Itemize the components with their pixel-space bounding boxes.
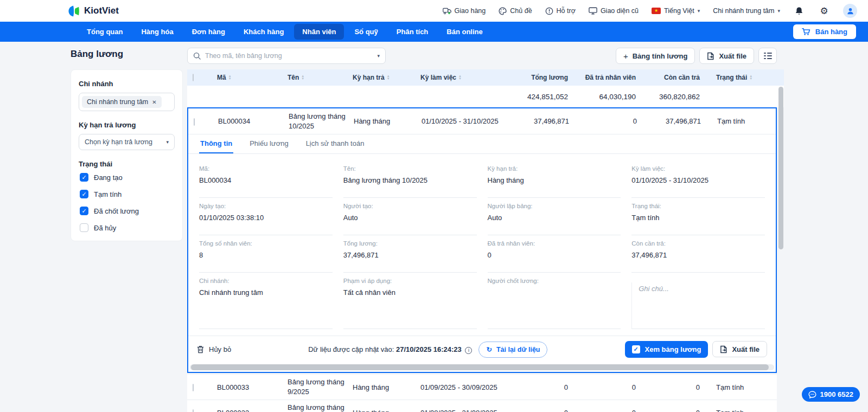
pay-term-filter-label: Kỳ hạn trả lương — [79, 121, 175, 129]
col-da-tra-nhan-vien: Đã trả nhân viên — [572, 74, 640, 81]
row-da-tra: 0 — [572, 383, 640, 391]
delivery-truck-icon — [443, 8, 451, 15]
row-ky-lam-viec: 01/09/2025 - 30/09/2025 — [415, 383, 502, 391]
export-detail-button[interactable]: Xuất file — [712, 341, 767, 357]
row-ten: Bảng lương tháng 10/2025 — [283, 112, 348, 131]
checkbox-checked-icon[interactable]: ✓ — [80, 207, 88, 215]
checkbox-unchecked-icon[interactable] — [80, 223, 88, 232]
field-ghi-chu: Ghi chú... — [631, 273, 765, 329]
cancel-button[interactable]: Hủy bỏ — [197, 345, 231, 353]
main-nav: Tổng quan Hàng hóa Đơn hàng Khách hàng N… — [0, 22, 868, 42]
nav-tong-quan[interactable]: Tổng quan — [79, 24, 131, 40]
table-row[interactable]: BL000032 Bảng lương tháng 8/2025 Hàng th… — [187, 400, 777, 412]
chevron-down-icon: ▾ — [698, 8, 700, 14]
nav-don-hang[interactable]: Đơn hàng — [184, 24, 233, 40]
nav-hang-hoa[interactable]: Hàng hóa — [133, 24, 181, 40]
tab-phieu-luong[interactable]: Phiếu lương — [248, 134, 289, 153]
vertical-scrollbar-thumb[interactable] — [778, 87, 783, 249]
checkbox-checked-icon[interactable]: ✓ — [80, 173, 88, 182]
row-ky-lam-viec: 01/08/2025 - 31/08/2025 — [415, 409, 502, 412]
notifications-button[interactable] — [793, 5, 805, 17]
reload-label: Tải lại dữ liệu — [496, 346, 540, 353]
support-phone-label: 1900 6522 — [820, 390, 853, 398]
status-option-tam-tinh[interactable]: ✓ Tạm tính — [80, 190, 174, 198]
create-payroll-button[interactable]: + Bảng tính lương — [616, 48, 695, 64]
kiotviet-logo[interactable]: KiotViet — [68, 5, 119, 17]
column-settings-button[interactable] — [758, 48, 777, 64]
status-option-label: Đã chốt lương — [94, 207, 139, 215]
user-avatar[interactable] — [843, 4, 857, 18]
col-ma[interactable]: Mã▲▼ — [212, 74, 282, 81]
nav-phan-tich[interactable]: Phân tích — [388, 24, 437, 40]
nav-khach-hang[interactable]: Khách hàng — [235, 24, 292, 40]
support-hotline-button[interactable]: 1900 6522 — [802, 387, 860, 402]
filter-sidebar: Chi nhánh Chi nhánh trung tâm ✕ Kỳ hạn t… — [71, 69, 183, 241]
horizontal-scrollbar — [190, 364, 774, 370]
export-file-button[interactable]: Xuất file — [699, 48, 754, 64]
row-con-can-tra: 37,496,871 — [641, 117, 705, 125]
col-trang-thai[interactable]: Trạng thái▲▼ — [704, 74, 784, 81]
row-checkbox[interactable] — [193, 409, 194, 412]
search-input[interactable] — [205, 52, 373, 60]
status-option-da-huy[interactable]: Đã hủy — [80, 223, 174, 232]
remove-branch-tag-icon[interactable]: ✕ — [152, 99, 156, 105]
reload-data-button[interactable]: ↻ Tải lại dữ liệu — [478, 342, 547, 358]
settings-button[interactable]: ⚙ — [818, 5, 830, 17]
col-ten[interactable]: Tên▲▼ — [282, 74, 347, 81]
nav-so-quy[interactable]: Sổ quỹ — [346, 24, 386, 40]
pay-term-select[interactable]: Chọn kỳ hạn trả lương ▾ — [79, 134, 175, 150]
support-link[interactable]: Hỗ trợ — [545, 7, 576, 15]
pay-term-placeholder: Chọn kỳ hạn trả lương — [85, 138, 152, 146]
branch-selector[interactable]: Chi nhánh trung tâm ▾ — [713, 7, 780, 15]
search-filter-caret-icon[interactable]: ▾ — [377, 53, 380, 59]
table-header-row: Mã▲▼ Tên▲▼ Kỳ hạn trả▲▼ Kỳ làm việc▲▼ Tổ… — [187, 69, 784, 86]
table-row[interactable]: BL000033 Bảng lương tháng 9/2025 Hàng th… — [187, 375, 777, 400]
branch-filter-input[interactable]: Chi nhánh trung tâm ✕ — [79, 93, 175, 111]
row-tong-luong: 0 — [502, 383, 572, 391]
col-ky-lam-viec[interactable]: Kỳ làm việc▲▼ — [415, 74, 502, 81]
nav-nhan-vien[interactable]: Nhân viên — [294, 24, 344, 40]
note-input[interactable]: Ghi chú... — [631, 282, 765, 329]
row-checkbox[interactable] — [193, 384, 194, 391]
tab-lich-su-thanh-toan[interactable]: Lịch sử thanh toán — [305, 134, 366, 153]
brand-name: KiotViet — [84, 5, 119, 16]
field-trang-thai: Trạng thái:Tạm tính — [631, 198, 765, 235]
delivery-label: Giao hàng — [455, 7, 486, 15]
row-ma: BL000034 — [213, 117, 283, 125]
old-ui-link[interactable]: Giao diện cũ — [589, 7, 639, 15]
checkbox-checked-icon[interactable]: ✓ — [80, 190, 88, 198]
summary-tong-luong: 424,851,052 — [502, 93, 572, 101]
payroll-table: Mã▲▼ Tên▲▼ Kỳ hạn trả▲▼ Kỳ làm việc▲▼ Tổ… — [187, 69, 784, 412]
top-bar: KiotViet Giao hàng Chủ đề Hỗ trợ Giao di… — [0, 0, 868, 22]
status-option-da-chot-luong[interactable]: ✓ Đã chốt lương — [80, 207, 174, 215]
row-checkbox[interactable] — [194, 118, 195, 126]
row-trang-thai: Tạm tính — [704, 409, 777, 412]
tab-thong-tin[interactable]: Thông tin — [199, 134, 233, 153]
field-tong-luong: Tổng lương:37,496,871 — [343, 235, 477, 273]
status-filter-label: Trạng thái — [79, 160, 175, 168]
support-label: Hỗ trợ — [557, 7, 576, 15]
sort-icon: ▲▼ — [301, 75, 304, 80]
view-payroll-label: Xem bảng lương — [645, 345, 701, 353]
theme-link[interactable]: Chủ đề — [499, 7, 532, 15]
row-ten: Bảng lương tháng 9/2025 — [282, 377, 347, 396]
field-ten: Tên:Bảng lương tháng 10/2025 — [343, 160, 477, 198]
column-settings-icon — [764, 53, 772, 59]
delivery-link[interactable]: Giao hàng — [443, 7, 486, 15]
col-con-can-tra: Còn cần trả — [640, 74, 704, 81]
plus-icon: + — [623, 52, 628, 61]
sell-button[interactable]: Bán hàng — [793, 24, 856, 39]
export-detail-label: Xuất file — [732, 345, 760, 353]
view-payroll-button[interactable]: ✓ Xem bảng lương — [625, 341, 709, 358]
horizontal-scrollbar-thumb[interactable] — [191, 364, 769, 370]
col-ky-han-tra[interactable]: Kỳ hạn trả▲▼ — [347, 74, 415, 81]
select-all-checkbox[interactable] — [193, 74, 194, 81]
cancel-label: Hủy bỏ — [209, 345, 231, 353]
table-row[interactable]: BL000034 Bảng lương tháng 10/2025 Hàng t… — [188, 108, 776, 134]
language-selector[interactable]: ★ Tiếng Việt ▾ — [652, 7, 700, 15]
row-ky-han: Hàng tháng — [347, 383, 415, 391]
status-option-label: Đang tạo — [94, 173, 123, 182]
gear-icon: ⚙ — [820, 7, 828, 16]
nav-ban-online[interactable]: Bán online — [438, 24, 490, 40]
status-option-dang-tao[interactable]: ✓ Đang tạo — [80, 173, 174, 182]
